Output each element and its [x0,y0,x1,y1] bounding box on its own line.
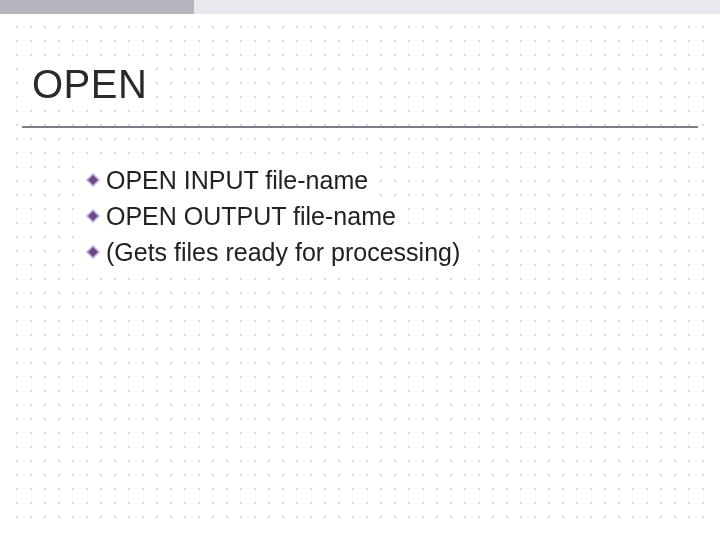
top-bar-left [0,0,194,14]
list-item: OPEN OUTPUT file-name [86,198,402,234]
list-item: (Gets files ready for processing) [86,234,466,270]
list-item-text: OPEN INPUT file-name [106,162,368,198]
list-item: OPEN INPUT file-name [86,162,374,198]
body-content: OPEN INPUT file-name OPEN OUTPUT file-na… [86,162,646,270]
slide: OPEN OPEN INPUT file-name OPEN OUTPUT fi… [0,0,720,540]
top-bar [0,0,720,14]
list-item-text: (Gets files ready for processing) [106,234,460,270]
slide-title: OPEN [30,62,149,107]
diamond-bullet-icon [86,245,100,259]
diamond-bullet-icon [86,209,100,223]
title-underline [22,126,698,128]
list-item-text: OPEN OUTPUT file-name [106,198,396,234]
top-bar-right [194,0,720,14]
diamond-bullet-icon [86,173,100,187]
